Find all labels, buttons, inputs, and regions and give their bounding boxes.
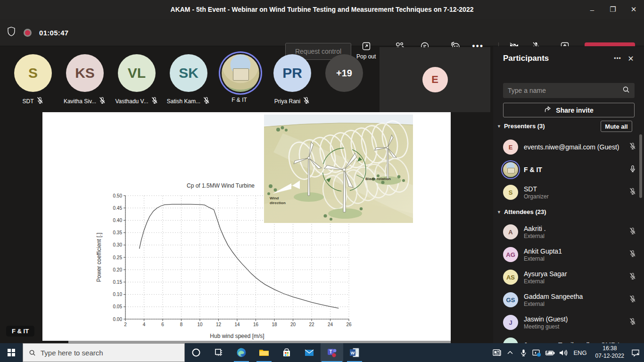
muted-mic-icon xyxy=(203,97,210,106)
svg-text:8: 8 xyxy=(180,322,183,327)
avatar: KS xyxy=(66,54,104,92)
news-widget-icon[interactable] xyxy=(491,343,503,362)
mail-icon xyxy=(304,348,314,357)
participant-row[interactable]: AS Aysurya Sagar External xyxy=(493,266,644,288)
windows-logo-icon xyxy=(8,349,15,356)
tray-expand-chevron-icon[interactable] xyxy=(504,343,516,362)
presenters-section-header[interactable]: ▼ Presenters (3) xyxy=(497,123,545,130)
taskbar-teams[interactable]: T xyxy=(321,343,343,362)
strip-participant[interactable]: S SDT xyxy=(7,47,59,106)
restore-button[interactable]: ❐ xyxy=(603,0,623,19)
tray-mic-icon[interactable] xyxy=(518,343,529,362)
mic-status-icon[interactable] xyxy=(629,272,636,282)
tray-volume-icon[interactable] xyxy=(557,343,569,362)
participant-row[interactable]: AG Ankit Gupta1 External xyxy=(493,243,644,266)
minimize-button[interactable]: – xyxy=(582,0,603,19)
search-icon xyxy=(29,349,36,356)
taskbar-word[interactable]: W xyxy=(343,343,366,362)
mic-status-icon[interactable] xyxy=(629,165,636,175)
cortana-button[interactable] xyxy=(185,343,207,362)
participant-row[interactable]: A Aakriti . External xyxy=(493,221,644,243)
avatar xyxy=(222,54,259,92)
language-indicator[interactable]: ENG xyxy=(570,349,590,356)
svg-text:4: 4 xyxy=(143,322,146,327)
mic-status-icon[interactable] xyxy=(629,295,636,305)
participant-role: External xyxy=(524,233,629,239)
strip-participant[interactable]: SK Satish Kam... xyxy=(163,47,215,106)
tray-battery-icon[interactable] xyxy=(544,343,555,362)
participant-row[interactable]: F & IT xyxy=(493,158,644,181)
muted-mic-icon xyxy=(99,97,106,106)
svg-text:20: 20 xyxy=(290,322,296,327)
taskbar-store[interactable] xyxy=(275,343,298,362)
presenter-name-badge: F & IT xyxy=(6,326,34,337)
taskbar-edge[interactable] xyxy=(230,343,253,362)
action-center-icon[interactable] xyxy=(630,343,641,362)
mic-status-icon[interactable] xyxy=(629,188,636,197)
search-icon xyxy=(622,86,630,95)
strip-participant[interactable]: F & IT xyxy=(215,47,266,103)
svg-text:22: 22 xyxy=(309,322,314,327)
start-button[interactable] xyxy=(0,343,23,362)
svg-text:12: 12 xyxy=(216,322,222,327)
participant-search[interactable] xyxy=(503,83,635,98)
participant-name: SDT xyxy=(524,185,629,193)
svg-text:Power coefficient [.]: Power coefficient [.] xyxy=(96,233,102,282)
participant-row[interactable]: E events.niwe@gmail.com (Guest) xyxy=(493,136,644,158)
avatar: JT xyxy=(503,337,518,343)
panel-more-icon[interactable]: ••• xyxy=(611,55,624,62)
mic-status-icon[interactable] xyxy=(629,142,636,152)
participant-name: Gaddam Sangeetha xyxy=(524,293,629,300)
participant-row[interactable]: J Jaswin (Guest) Meeting guest xyxy=(493,311,644,334)
strip-participant[interactable]: VL Vasthadu V... xyxy=(111,47,163,106)
avatar: +19 xyxy=(325,54,363,92)
svg-text:0.45: 0.45 xyxy=(113,206,123,211)
edge-icon xyxy=(236,347,247,358)
taskbar-mail[interactable] xyxy=(298,343,321,362)
shared-screen-content: 24681012141618202224260.000.050.100.150.… xyxy=(42,112,451,341)
taskbar-clock[interactable]: 16:38 07-12-2022 xyxy=(591,345,629,360)
share-invite-button[interactable]: Share invite xyxy=(503,103,635,117)
panel-scrollbar[interactable] xyxy=(639,134,642,198)
participant-row[interactable]: GS Gaddam Sangeetha External xyxy=(493,288,644,311)
participant-row[interactable]: S SDT Organizer xyxy=(493,181,644,204)
wind-direction-label: Wind xyxy=(270,196,279,200)
strip-participant[interactable]: PR Priya Rani xyxy=(266,47,318,106)
share-invite-icon xyxy=(544,106,552,115)
taskbar-file-explorer[interactable] xyxy=(253,343,275,362)
video-tile[interactable]: E xyxy=(380,47,490,112)
participant-name: Aysurya Sagar xyxy=(524,270,629,278)
attendees-section-header[interactable]: ▼ Attendees (23) xyxy=(497,208,546,215)
taskbar-search[interactable]: Type here to search xyxy=(23,343,185,362)
word-icon: W xyxy=(349,347,360,358)
mic-status-icon[interactable] xyxy=(629,318,636,328)
avatar: SK xyxy=(170,54,207,92)
participant-name: Jaswin (Guest) xyxy=(524,315,629,323)
strip-participant[interactable]: KS Kavitha Siv... xyxy=(59,47,111,106)
participant-role: External xyxy=(524,301,629,307)
mute-all-button[interactable]: Mute all xyxy=(601,121,632,132)
mic-status-icon[interactable] xyxy=(629,250,636,260)
panel-close-icon[interactable]: ✕ xyxy=(624,54,637,63)
muted-mic-icon xyxy=(36,97,44,106)
task-view-button[interactable] xyxy=(207,343,230,362)
mic-status-icon[interactable] xyxy=(629,227,636,237)
window-controls: – ❐ ✕ xyxy=(582,0,644,19)
presenters-list: E events.niwe@gmail.com (Guest) F & IT S… xyxy=(493,136,644,204)
svg-text:0.35: 0.35 xyxy=(113,230,123,235)
participant-name: Kavitha Siv... xyxy=(64,98,96,105)
search-input[interactable] xyxy=(508,87,622,94)
tray-cast-icon[interactable] xyxy=(531,343,542,362)
participants-panel: Participants ••• ✕ Share invite ▼ Presen… xyxy=(493,46,644,343)
close-button[interactable]: ✕ xyxy=(623,0,644,19)
participant-name: Ankit Gupta1 xyxy=(524,247,629,255)
svg-text:Cp of 1.5MW Wind Turbine: Cp of 1.5MW Wind Turbine xyxy=(187,182,255,189)
participant-row[interactable]: JT Jayaraman Tamilvendhan CMR I xyxy=(493,334,644,343)
participant-name: F & IT xyxy=(231,97,247,103)
task-view-icon xyxy=(214,348,223,357)
svg-text:16: 16 xyxy=(253,322,259,327)
avatar: GS xyxy=(503,292,518,307)
strip-participant[interactable]: +19 xyxy=(318,47,370,97)
avatar: A xyxy=(503,224,518,239)
muted-mic-icon xyxy=(151,97,158,106)
